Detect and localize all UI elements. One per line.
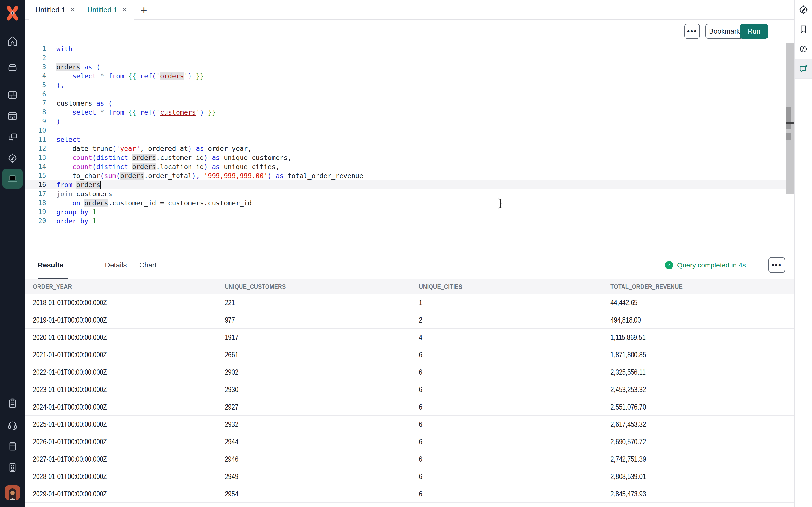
- table-row[interactable]: 2028-01-01T00:00:00.000Z294962,808,539.0…: [25, 468, 794, 485]
- table-cell[interactable]: 2025-01-01T00:00:00.000Z: [33, 416, 125, 433]
- table-cell[interactable]: 6: [419, 433, 423, 450]
- compute-laptop-icon-active[interactable]: [2, 169, 22, 188]
- table-cell[interactable]: 977: [225, 311, 238, 329]
- code-window-icon[interactable]: [0, 107, 25, 125]
- bookmark-icon[interactable]: [795, 19, 812, 39]
- table-cell[interactable]: 2019-01-01T00:00:00.000Z: [33, 311, 125, 329]
- table-cell[interactable]: 6: [419, 381, 423, 398]
- table-cell[interactable]: 6: [419, 450, 423, 468]
- code-line[interactable]: 1with: [25, 44, 794, 53]
- table-cell[interactable]: 2,617,453.32: [610, 416, 655, 433]
- table-cell[interactable]: 2949: [225, 468, 242, 485]
- table-cell[interactable]: 1,841,049.32: [610, 503, 655, 507]
- table-cell[interactable]: 2,845,473.93: [610, 485, 655, 503]
- docs-book-icon[interactable]: [0, 438, 25, 455]
- code-line[interactable]: 20order by 1: [25, 217, 794, 226]
- table-cell[interactable]: 2954: [225, 485, 242, 503]
- table-cell[interactable]: 2: [419, 311, 423, 329]
- tab-untitled-2[interactable]: Untitled 1 ✕: [81, 0, 134, 19]
- table-cell[interactable]: 2030-01-01T00:00:00.000Z: [33, 503, 125, 507]
- home-icon[interactable]: [0, 32, 25, 50]
- table-cell[interactable]: 4: [419, 329, 423, 346]
- code-line[interactable]: 5),: [25, 80, 794, 90]
- tab-chart[interactable]: Chart: [139, 252, 157, 278]
- table-cell[interactable]: 2661: [225, 346, 242, 363]
- table-cell[interactable]: 6: [419, 503, 423, 507]
- tab-details[interactable]: Details: [105, 252, 127, 278]
- more-options-button[interactable]: •••: [684, 24, 700, 39]
- code-line[interactable]: 12 date_trunc('year', ordered_at) as ord…: [25, 144, 794, 153]
- table-row[interactable]: 2025-01-01T00:00:00.000Z293262,617,453.3…: [25, 416, 794, 433]
- scrollbar-thumb[interactable]: [786, 107, 792, 129]
- close-icon[interactable]: ✕: [122, 6, 128, 14]
- tab-untitled-1[interactable]: Untitled 1 ✕: [29, 0, 82, 19]
- table-cell[interactable]: 6: [419, 398, 423, 416]
- table-cell[interactable]: 2,551,076.70: [610, 398, 655, 416]
- code-line[interactable]: 9): [25, 117, 794, 126]
- column-header-total_order_revenue[interactable]: TOTAL_ORDER_REVENUE: [610, 279, 694, 294]
- table-row[interactable]: 2029-01-01T00:00:00.000Z295462,845,473.9…: [25, 485, 794, 503]
- clipboard-icon[interactable]: [0, 394, 25, 412]
- explore-compass-icon[interactable]: [0, 150, 25, 167]
- org-building-icon[interactable]: [0, 458, 25, 476]
- table-cell[interactable]: 221: [225, 294, 238, 311]
- code-line[interactable]: 6: [25, 90, 794, 99]
- table-cell[interactable]: 2028-01-01T00:00:00.000Z: [33, 468, 125, 485]
- table-cell[interactable]: 2027-01-01T00:00:00.000Z: [33, 450, 125, 468]
- table-cell[interactable]: 2021-01-01T00:00:00.000Z: [33, 346, 125, 363]
- table-cell[interactable]: 6: [419, 485, 423, 503]
- table-row[interactable]: 2023-01-01T00:00:00.000Z293062,453,253.3…: [25, 381, 794, 398]
- history-clock-icon[interactable]: [795, 39, 812, 59]
- table-row[interactable]: 2019-01-01T00:00:00.000Z9772494,818.00: [25, 311, 794, 329]
- table-cell[interactable]: 2,453,253.32: [610, 381, 655, 398]
- table-cell[interactable]: 2029-01-01T00:00:00.000Z: [33, 485, 125, 503]
- table-cell[interactable]: 2,742,751.39: [610, 450, 655, 468]
- table-cell[interactable]: 2,690,570.72: [610, 433, 655, 450]
- table-cell[interactable]: 2927: [225, 398, 242, 416]
- table-cell[interactable]: 1,871,800.85: [610, 346, 655, 363]
- run-button[interactable]: Run: [740, 24, 768, 39]
- table-row[interactable]: 2020-01-01T00:00:00.000Z191741,115,869.5…: [25, 329, 794, 346]
- table-cell[interactable]: 2879: [225, 503, 242, 507]
- tab-results[interactable]: Results: [38, 252, 63, 278]
- support-headset-icon[interactable]: [0, 416, 25, 434]
- table-cell[interactable]: 1917: [225, 329, 242, 346]
- code-line[interactable]: 3orders as (: [25, 62, 794, 71]
- table-row[interactable]: 2024-01-01T00:00:00.000Z292762,551,076.7…: [25, 398, 794, 416]
- code-line[interactable]: 11select: [25, 135, 794, 144]
- table-cell[interactable]: 2,808,539.01: [610, 468, 655, 485]
- table-cell[interactable]: 2023-01-01T00:00:00.000Z: [33, 381, 125, 398]
- column-header-order_year[interactable]: ORDER_YEAR: [33, 279, 79, 294]
- sessions-windows-icon[interactable]: [0, 128, 25, 146]
- code-line[interactable]: 2: [25, 53, 794, 62]
- table-cell[interactable]: 2024-01-01T00:00:00.000Z: [33, 398, 125, 416]
- code-line[interactable]: 10: [25, 126, 794, 135]
- table-cell[interactable]: 1,115,869.51: [610, 329, 654, 346]
- code-line[interactable]: 19group by 1: [25, 208, 794, 217]
- code-line[interactable]: 7customers as (: [25, 99, 794, 108]
- results-more-button[interactable]: •••: [768, 257, 785, 273]
- table-cell[interactable]: 2026-01-01T00:00:00.000Z: [33, 433, 125, 450]
- browse-compass-icon[interactable]: [795, 0, 812, 19]
- table-row[interactable]: 2030-01-01T00:00:00.000Z287961,841,049.3…: [25, 503, 794, 507]
- bookmark-button[interactable]: Bookmark: [705, 24, 744, 39]
- table-cell[interactable]: 2020-01-01T00:00:00.000Z: [33, 329, 125, 346]
- table-cell[interactable]: 6: [419, 363, 423, 381]
- close-icon[interactable]: ✕: [70, 6, 75, 14]
- code-line[interactable]: 14 count(distinct orders.location_id) as…: [25, 162, 794, 171]
- sql-editor[interactable]: 1with23orders as (4 select * from {{ ref…: [25, 43, 794, 252]
- code-line[interactable]: 17join customers: [25, 189, 794, 199]
- table-cell[interactable]: 1: [419, 294, 423, 311]
- code-line[interactable]: 8 select * from {{ ref('customers') }}: [25, 108, 794, 117]
- column-header-unique_cities[interactable]: UNIQUE_CITIES: [419, 279, 469, 294]
- table-cell[interactable]: 6: [419, 468, 423, 485]
- code-line[interactable]: 18 on orders.customer_id = customers.cus…: [25, 199, 794, 208]
- code-line[interactable]: 4 select * from {{ ref('orders') }}: [25, 71, 794, 80]
- new-tab-button[interactable]: +: [137, 3, 151, 17]
- code-line[interactable]: 16from orders: [25, 180, 794, 189]
- table-row[interactable]: 2022-01-01T00:00:00.000Z290262,325,556.1…: [25, 363, 794, 381]
- table-cell[interactable]: 494,818.00: [610, 311, 649, 329]
- table-row[interactable]: 2026-01-01T00:00:00.000Z294462,690,570.7…: [25, 433, 794, 450]
- table-row[interactable]: 2021-01-01T00:00:00.000Z266161,871,800.8…: [25, 346, 794, 363]
- table-row[interactable]: 2018-01-01T00:00:00.000Z221144,442.65: [25, 294, 794, 311]
